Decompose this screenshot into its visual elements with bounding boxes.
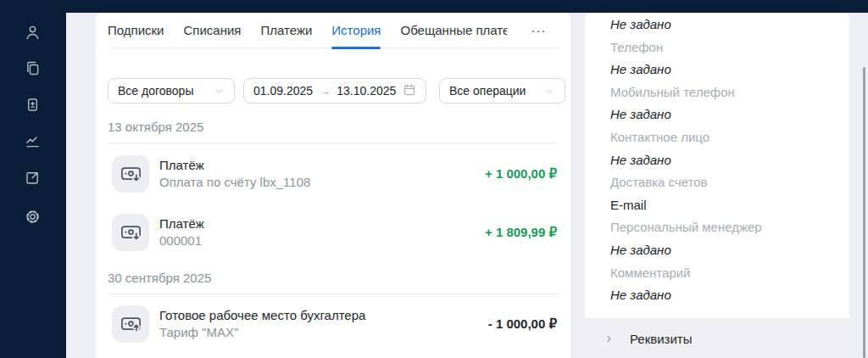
- payment-subtitle: Тариф "MAX": [159, 324, 365, 341]
- contracts-filter-dropdown[interactable]: Все договоры: [108, 78, 235, 103]
- requisites-label: Реквизиты: [630, 332, 693, 346]
- incoming-payment-icon: [112, 155, 149, 193]
- operations-filter-dropdown[interactable]: Все операции: [439, 78, 565, 103]
- field-label: Доставка счетов: [610, 171, 849, 194]
- sidebar-item-documents[interactable]: [22, 59, 42, 80]
- divider: [108, 294, 559, 294]
- top-bar: [0, 0, 868, 13]
- field-value: Не задано: [610, 59, 849, 81]
- field-value: Не задано: [610, 103, 849, 126]
- sidebar-item-billing-documents[interactable]: [22, 96, 42, 116]
- field-label: Мобильный телефон: [610, 81, 849, 104]
- history-group-date: 30 сентября 2025: [108, 270, 211, 287]
- documents-icon: [24, 59, 42, 80]
- field-value: Не задано: [610, 284, 849, 307]
- field-value: Не задано: [610, 239, 849, 262]
- tabs-overflow-button[interactable]: ···: [531, 13, 546, 48]
- contracts-filter-value: Все договоры: [118, 84, 193, 98]
- chevron-down-icon: [214, 86, 225, 97]
- tab-subscriptions[interactable]: Подписки: [108, 13, 164, 48]
- profile-icon: [24, 24, 42, 44]
- sidebar-item-statistics[interactable]: [22, 132, 42, 153]
- compose-icon: [24, 169, 42, 189]
- history-row[interactable]: Платёж 000001 + 1 809,99 ₽: [112, 214, 557, 251]
- payment-title: Готовое рабочее место бухгалтера: [159, 307, 365, 324]
- history-row[interactable]: Готовое рабочее место бухгалтера Тариф "…: [112, 305, 557, 343]
- sidebar: [0, 0, 66, 358]
- date-range-arrow-icon: →: [320, 85, 331, 98]
- field-value: Не задано: [610, 149, 849, 172]
- payment-text: Готовое рабочее место бухгалтера Тариф "…: [159, 305, 365, 343]
- field-value: E-mail: [610, 194, 849, 217]
- billing-history-panel: Подписки Списания Платежи История Обещан…: [96, 13, 570, 358]
- chevron-right-icon: [604, 333, 615, 344]
- field-label: Комментарий: [610, 262, 849, 285]
- payment-amount: + 1 000,00 ₽: [485, 166, 557, 182]
- account-details-panel: Не задано Телефон Не задано Мобильный те…: [585, 13, 849, 318]
- tab-history[interactable]: История: [331, 13, 381, 48]
- sidebar-item-profile[interactable]: [22, 24, 42, 44]
- history-group-date: 13 октября 2025: [108, 119, 203, 136]
- gear-icon: [24, 208, 42, 228]
- statistics-icon: [24, 132, 42, 153]
- payment-title: Платёж: [159, 215, 204, 232]
- billing-document-icon: [24, 96, 42, 116]
- account-fields-list: Не задано Телефон Не задано Мобильный те…: [585, 13, 849, 307]
- date-range-start: 01.09.2025: [253, 84, 313, 98]
- field-label: Контактное лицо: [610, 126, 849, 149]
- payment-amount: + 1 809,99 ₽: [485, 225, 557, 240]
- payment-subtitle: 000001: [159, 232, 204, 249]
- tab-payments[interactable]: Платежи: [260, 13, 312, 48]
- tab-promised-payments[interactable]: Обещанные платеж: [400, 13, 507, 48]
- payment-subtitle: Оплата по счёту lbx_1108: [159, 174, 310, 191]
- calendar-icon: [403, 83, 416, 99]
- tab-writeoffs[interactable]: Списания: [184, 13, 242, 48]
- incoming-payment-icon: [112, 214, 149, 251]
- field-value: Не задано: [610, 14, 849, 36]
- date-range-filter[interactable]: 01.09.2025 → 13.10.2025: [243, 78, 426, 103]
- outgoing-payment-icon: [112, 305, 149, 343]
- payment-text: Платёж 000001: [159, 214, 204, 251]
- date-range-end: 13.10.2025: [337, 84, 396, 98]
- field-label: Персональный менеджер: [610, 216, 849, 239]
- scrollbar-thumb[interactable]: [863, 67, 865, 358]
- history-row[interactable]: Платёж Оплата по счёту lbx_1108 + 1 000,…: [112, 155, 557, 193]
- field-label: Телефон: [610, 36, 849, 59]
- chevron-down-icon: [544, 86, 555, 97]
- divider: [108, 143, 559, 143]
- sidebar-item-requests[interactable]: [22, 169, 42, 189]
- payment-text: Платёж Оплата по счёту lbx_1108: [159, 155, 310, 193]
- operations-filter-value: Все операции: [449, 84, 526, 98]
- payment-amount: - 1 000,00 ₽: [488, 316, 557, 332]
- tab-bar: Подписки Списания Платежи История Обещан…: [108, 13, 559, 48]
- sidebar-item-settings[interactable]: [22, 208, 42, 228]
- payment-title: Платёж: [159, 157, 310, 174]
- requisites-accordion[interactable]: Реквизиты: [585, 320, 849, 358]
